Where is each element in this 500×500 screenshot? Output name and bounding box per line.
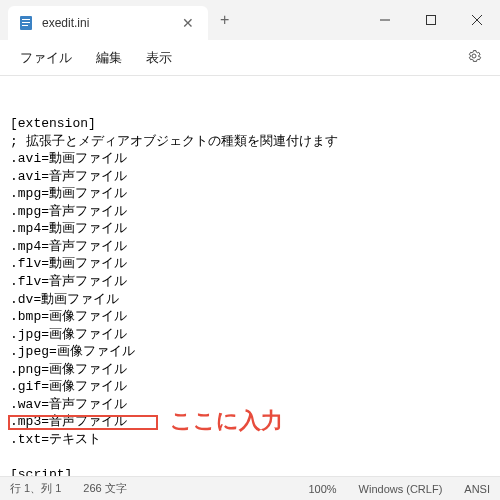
- svg-rect-5: [427, 16, 436, 25]
- tab-title: exedit.ini: [42, 16, 178, 30]
- tab-active[interactable]: exedit.ini ✕: [8, 6, 208, 40]
- status-position: 行 1、列 1: [10, 481, 61, 496]
- editor-area[interactable]: [extension] ; 拡張子とメディアオブジェクトの種類を関連付けます .…: [0, 76, 500, 476]
- window-controls: [362, 0, 500, 40]
- settings-button[interactable]: [456, 42, 492, 74]
- annotation-highlight-box: [8, 415, 158, 430]
- menu-file[interactable]: ファイル: [8, 43, 84, 73]
- close-button[interactable]: [454, 0, 500, 40]
- status-eol[interactable]: Windows (CRLF): [359, 483, 443, 495]
- tab-close-button[interactable]: ✕: [178, 15, 198, 31]
- menu-edit[interactable]: 編集: [84, 43, 134, 73]
- status-encoding[interactable]: ANSI: [464, 483, 490, 495]
- minimize-button[interactable]: [362, 0, 408, 40]
- titlebar: exedit.ini ✕ +: [0, 0, 500, 40]
- menu-view[interactable]: 表示: [134, 43, 184, 73]
- svg-rect-3: [22, 25, 28, 26]
- status-char-count: 266 文字: [83, 481, 126, 496]
- annotation-label: ここに入力: [170, 406, 283, 436]
- svg-rect-1: [22, 19, 30, 20]
- statusbar: 行 1、列 1 266 文字 100% Windows (CRLF) ANSI: [0, 476, 500, 500]
- new-tab-button[interactable]: +: [208, 11, 241, 29]
- gear-icon: [466, 48, 482, 64]
- menubar: ファイル 編集 表示: [0, 40, 500, 76]
- svg-rect-2: [22, 22, 30, 23]
- maximize-button[interactable]: [408, 0, 454, 40]
- status-zoom[interactable]: 100%: [308, 483, 336, 495]
- notepad-icon: [18, 15, 34, 31]
